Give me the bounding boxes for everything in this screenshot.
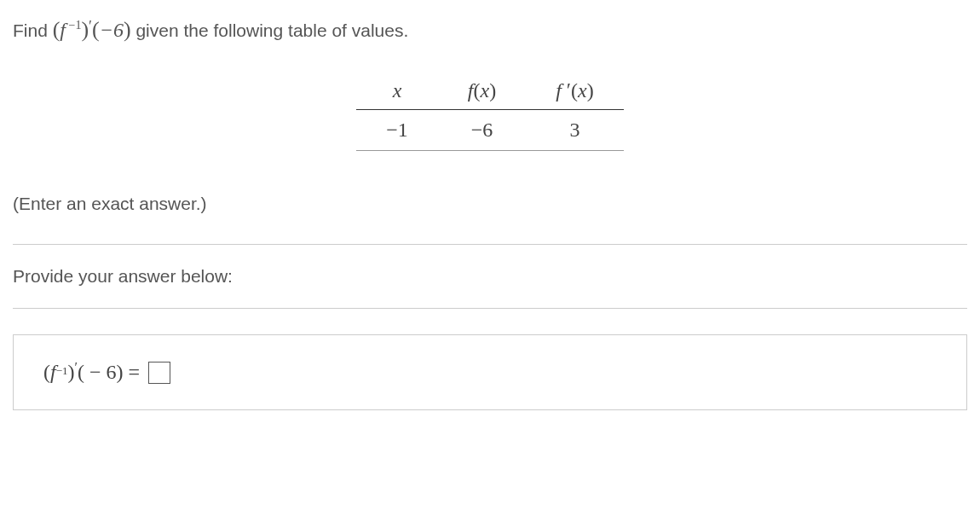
table-header-fpx: f ′(x) xyxy=(526,72,624,110)
question-text: Find (f −1)′(−6) given the following tab… xyxy=(13,17,967,43)
answer-expression: (f −1)′( − 6) = xyxy=(43,361,170,384)
table-row: −1 −6 3 xyxy=(356,110,623,151)
table-wrapper: x f(x) f ′(x) −1 −6 3 xyxy=(13,72,967,151)
question-prefix: Find xyxy=(13,20,53,40)
answer-prompt: Provide your answer below: xyxy=(13,266,967,287)
cell-x: −1 xyxy=(356,110,438,151)
divider xyxy=(13,244,967,245)
cell-fpx: 3 xyxy=(526,110,624,151)
instruction: (Enter an exact answer.) xyxy=(13,194,967,214)
values-table: x f(x) f ′(x) −1 −6 3 xyxy=(356,72,623,151)
answer-input[interactable] xyxy=(148,362,170,384)
table-header-row: x f(x) f ′(x) xyxy=(356,72,623,110)
cell-fx: −6 xyxy=(438,110,526,151)
divider xyxy=(13,308,967,309)
question-suffix: given the following table of values. xyxy=(135,20,408,40)
table-header-fx: f(x) xyxy=(438,72,526,110)
question-expression: (f −1)′(−6) xyxy=(53,19,131,41)
answer-container: (f −1)′( − 6) = xyxy=(13,334,967,410)
table-header-x: x xyxy=(356,72,438,110)
